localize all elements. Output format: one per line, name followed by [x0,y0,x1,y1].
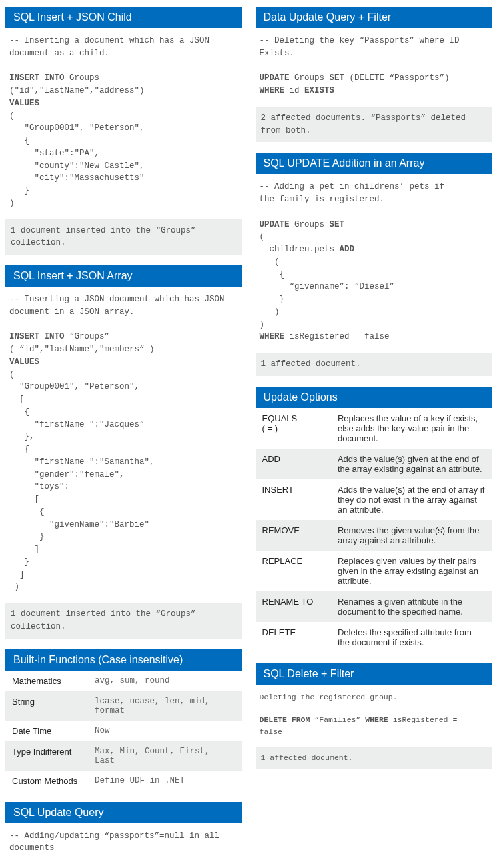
table-row: Date Time Now [5,721,242,741]
card-insert-json-child: SQL Insert + JSON Child -- Inserting a d… [5,7,242,255]
table-row: EQUALS ( = ) Replaces the value of a key… [256,408,492,449]
builtin-category: Type Indifferent [5,741,88,771]
table-row: INSERT Adds the value(s) at the end of a… [256,479,492,520]
card-sql-update-addition: SQL UPDATE Addition in an Array -- Addin… [256,153,492,376]
code-insert-array: -- Inserting a JSON document which has J… [5,287,242,603]
option-key: INSERT [256,479,331,520]
builtin-category: Custom Methods [5,771,88,791]
code-update-query: -- Adding/updating “passports”=null in a… [5,823,242,869]
card-update-options: Update Options EQUALS ( = ) Replaces the… [256,387,492,653]
builtins-table: Mathematics avg, sum, round String lcase… [5,671,242,791]
code-update-filter: -- Deleting the key “Passports” where ID… [256,28,492,107]
code-insert-child: -- Inserting a document which has a JSON… [5,28,242,219]
table-row: DELETE Deletes the specified attribute f… [256,622,492,653]
table-row: REPLACE Replaces given values by their p… [256,551,492,591]
option-description: Replaces the value of a key if exists, e… [331,408,492,449]
heading-update-filter: Data Update Query + Filter [256,7,492,28]
result-update-addition: 1 affected document. [256,353,492,376]
option-description: Renames a given attribute in the documen… [331,591,492,622]
heading-insert-array: SQL Insert + JSON Array [5,265,242,287]
option-description: Deletes the specified attribute from the… [331,622,492,653]
table-row: Type Indifferent Max, Min, Count, First,… [5,741,242,771]
builtin-values: Max, Min, Count, First, Last [88,741,241,771]
table-row: ADD Adds the value(s) given at the end o… [256,449,492,479]
option-description: Replaces given values by their pairs giv… [331,551,492,591]
table-row: Mathematics avg, sum, round [5,671,242,691]
builtin-values: Now [88,721,241,741]
result-update-filter: 2 affected documents. “Passports” delete… [256,107,492,143]
right-column: Data Update Query + Filter -- Deleting t… [256,7,492,868]
builtin-category: String [5,691,88,721]
result-insert-array: 1 document inserted into the “Groups” co… [5,603,242,639]
table-row: String lcase, ucase, len, mid, format [5,691,242,721]
builtin-values: avg, sum, round [88,671,241,691]
card-data-update-filter: Data Update Query + Filter -- Deleting t… [256,7,492,142]
option-description: Adds the value(s) given at the end of th… [331,449,492,479]
option-key: REMOVE [256,520,331,551]
heading-delete-filter: SQL Delete + Filter [256,663,492,685]
card-insert-json-array: SQL Insert + JSON Array -- Inserting a J… [5,265,242,639]
heading-insert-child: SQL Insert + JSON Child [5,7,242,28]
option-key: DELETE [256,622,331,653]
option-key: RENAME TO [256,591,331,622]
left-column: SQL Insert + JSON Child -- Inserting a d… [5,7,242,868]
builtin-values: Define UDF in .NET [88,771,241,791]
builtin-values: lcase, ucase, len, mid, format [88,691,241,721]
update-options-table: EQUALS ( = ) Replaces the value of a key… [256,408,492,653]
heading-update-query: SQL Update Query [5,802,242,823]
table-row: RENAME TO Renames a given attribute in t… [256,591,492,622]
builtin-category: Mathematics [5,671,88,691]
result-delete-filter: 1 affected document. [256,747,492,769]
option-key: REPLACE [256,551,331,591]
option-key: ADD [256,449,331,479]
code-delete-filter: Deleting the registered group. DELETE FR… [256,685,492,747]
heading-update-addition: SQL UPDATE Addition in an Array [256,153,492,174]
option-key: EQUALS ( = ) [256,408,331,449]
option-description: Adds the value(s) at the end of array if… [331,479,492,520]
option-description: Removes the given value(s) from the arra… [331,520,492,551]
code-update-addition: -- Adding a pet in childrens’ pets if th… [256,174,492,353]
heading-update-options: Update Options [256,387,492,408]
heading-builtins: Built-in Functions (Case insensitive) [5,649,242,671]
card-sql-delete-filter: SQL Delete + Filter Deleting the registe… [256,663,492,769]
result-insert-child: 1 document inserted into the “Groups” co… [5,219,242,255]
table-row: REMOVE Removes the given value(s) from t… [256,520,492,551]
builtin-category: Date Time [5,721,88,741]
card-sql-update-query: SQL Update Query -- Adding/updating “pas… [5,802,242,869]
card-builtin-functions: Built-in Functions (Case insensitive) Ma… [5,649,242,791]
table-row: Custom Methods Define UDF in .NET [5,771,242,791]
